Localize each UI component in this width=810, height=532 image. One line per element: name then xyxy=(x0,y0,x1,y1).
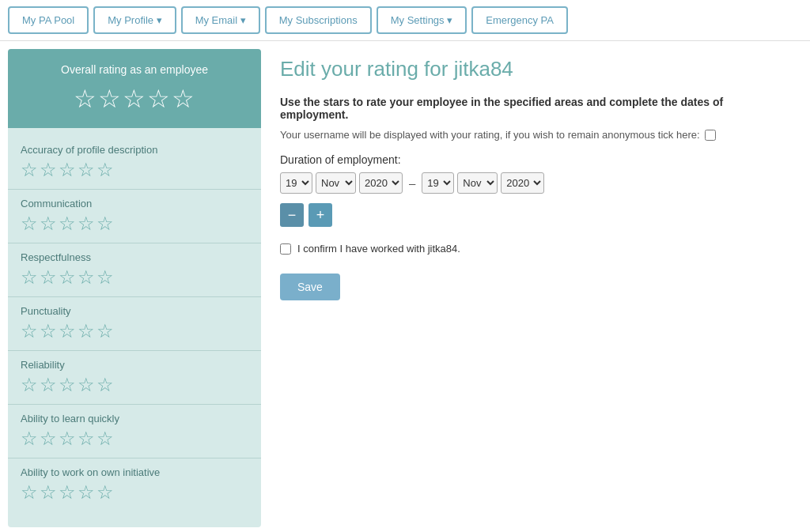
instructions: Use the stars to rate your employee in t… xyxy=(280,96,783,121)
from-year-select[interactable]: 20182019202020212022 xyxy=(359,172,403,194)
anon-checkbox[interactable] xyxy=(705,130,716,141)
add-remove-row: − + xyxy=(280,203,783,227)
rating-label-communication: Communication xyxy=(21,198,248,209)
anon-line: Your username will be displayed with you… xyxy=(280,129,783,141)
stars-ability-initiative[interactable]: ☆☆☆☆☆ xyxy=(21,481,248,504)
main-content: Edit your rating for jitka84 Use the sta… xyxy=(261,49,802,527)
stars-accuracy[interactable]: ☆☆☆☆☆ xyxy=(21,159,248,181)
rating-section-reliability: Reliability☆☆☆☆☆ xyxy=(8,351,261,405)
duration-label: Duration of employment: xyxy=(280,153,783,166)
add-period-button[interactable]: + xyxy=(308,203,332,227)
rating-section-ability-initiative: Ability to work on own initiative☆☆☆☆☆ xyxy=(8,458,261,511)
remove-period-button[interactable]: − xyxy=(280,203,304,227)
page-title: Edit your rating for jitka84 xyxy=(280,57,783,81)
main-layout: Overall rating as an employee ☆☆☆☆☆ Accu… xyxy=(0,41,810,532)
from-day-select[interactable]: 1234567891011121314151617181920212223242… xyxy=(280,172,312,194)
nav-btn-my-subscriptions[interactable]: My Subscriptions xyxy=(265,6,372,34)
confirm-text: I confirm I have worked with jitka84. xyxy=(297,243,460,255)
to-month-select[interactable]: JanFebMarAprMayJunJulAugSepOctNovDec xyxy=(457,172,498,194)
rating-section-ability-learn: Ability to learn quickly☆☆☆☆☆ xyxy=(8,405,261,458)
nav-btn-my-settings[interactable]: My Settings ▾ xyxy=(377,6,467,34)
rating-label-respectfulness: Respectfulness xyxy=(21,251,248,263)
rating-label-punctuality: Punctuality xyxy=(21,305,248,317)
rating-label-ability-learn: Ability to learn quickly xyxy=(21,413,248,424)
nav-btn-emergency-pa[interactable]: Emergency PA xyxy=(471,6,568,34)
rating-section-communication: Communication☆☆☆☆☆ xyxy=(8,190,261,243)
anon-text: Your username will be displayed with you… xyxy=(280,129,700,141)
date-separator: – xyxy=(406,176,418,190)
rating-label-reliability: Reliability xyxy=(21,359,248,371)
to-day-select[interactable]: 1234567891011121314151617181920212223242… xyxy=(422,172,454,194)
to-year-select[interactable]: 20182019202020212022 xyxy=(501,172,544,194)
rating-label-ability-initiative: Ability to work on own initiative xyxy=(21,466,248,478)
rating-section-accuracy: Accuracy of profile description☆☆☆☆☆ xyxy=(8,136,261,190)
confirm-checkbox[interactable] xyxy=(280,243,291,255)
overall-rating-section: Overall rating as an employee ☆☆☆☆☆ xyxy=(8,49,261,128)
sidebar: Overall rating as an employee ☆☆☆☆☆ Accu… xyxy=(8,49,261,527)
rating-section-respectfulness: Respectfulness☆☆☆☆☆ xyxy=(8,243,261,297)
rating-section-punctuality: Punctuality☆☆☆☆☆ xyxy=(8,297,261,351)
stars-punctuality[interactable]: ☆☆☆☆☆ xyxy=(21,320,248,342)
instructions-bold: Use the stars to rate your employee in t… xyxy=(280,96,723,121)
from-month-select[interactable]: JanFebMarAprMayJunJulAugSepOctNovDec xyxy=(316,172,356,194)
confirm-line: I confirm I have worked with jitka84. xyxy=(280,243,783,255)
rating-label-accuracy: Accuracy of profile description xyxy=(21,144,248,156)
duration-row: 1234567891011121314151617181920212223242… xyxy=(280,172,783,194)
stars-reliability[interactable]: ☆☆☆☆☆ xyxy=(21,374,248,396)
overall-stars[interactable]: ☆☆☆☆☆ xyxy=(16,84,253,114)
rating-sections: Accuracy of profile description☆☆☆☆☆Comm… xyxy=(8,136,261,511)
stars-respectfulness[interactable]: ☆☆☆☆☆ xyxy=(21,266,248,289)
nav-btn-my-pa-pool[interactable]: My PA Pool xyxy=(8,6,89,34)
save-button[interactable]: Save xyxy=(280,274,340,300)
overall-rating-title: Overall rating as an employee xyxy=(16,63,253,76)
stars-communication[interactable]: ☆☆☆☆☆ xyxy=(21,213,248,235)
stars-ability-learn[interactable]: ☆☆☆☆☆ xyxy=(21,428,248,450)
nav-btn-my-profile[interactable]: My Profile ▾ xyxy=(93,6,176,34)
nav-btn-my-email[interactable]: My Email ▾ xyxy=(181,6,260,34)
main-nav: My PA PoolMy Profile ▾My Email ▾My Subsc… xyxy=(0,0,810,41)
